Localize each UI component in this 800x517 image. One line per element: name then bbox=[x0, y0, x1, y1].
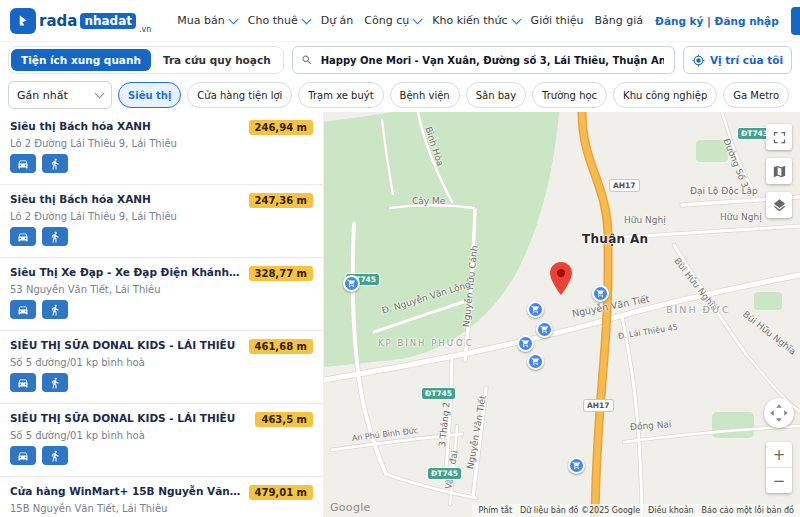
map-label-huu-nghi-b: Hữu Nghị bbox=[720, 212, 762, 222]
map-icon bbox=[772, 164, 787, 179]
distance-badge: 461,68 m bbox=[249, 339, 314, 354]
result-item-header: Siêu thị Bách hóa XANH 246,94 m bbox=[10, 120, 313, 135]
pan-control[interactable] bbox=[764, 398, 794, 428]
sort-select[interactable]: Gần nhất bbox=[8, 81, 112, 109]
result-address: 15B Nguyễn Văn Tiết, Lái Thiêu bbox=[10, 503, 313, 514]
car-icon bbox=[17, 231, 29, 243]
supermarket-marker[interactable] bbox=[343, 275, 360, 292]
content: Siêu thị Bách hóa XANH 246,94 m Lô 2 Đườ… bbox=[0, 112, 800, 517]
category-pill[interactable]: Cửa hàng tiện lợi bbox=[187, 82, 292, 108]
cart-icon bbox=[531, 357, 540, 366]
post-listing-button[interactable]: Đăng tin bbox=[791, 7, 800, 35]
report-error-link[interactable]: Báo cáo một lỗi bản đồ bbox=[702, 506, 794, 515]
category-pill[interactable]: Khu công nghiệp bbox=[613, 82, 717, 108]
terms-link[interactable]: Điều khoản bbox=[648, 506, 694, 515]
distance-badge: 328,77 m bbox=[249, 266, 314, 281]
category-pill[interactable]: Ga Metro bbox=[723, 82, 789, 108]
my-location-icon bbox=[692, 54, 705, 67]
toolbar: Tiện ích xung quanh Tra cứu quy hoạch Vị… bbox=[0, 42, 800, 78]
map[interactable]: Bình Hòa Cây Me Thuận An Hữu Nghị Hữu Ng… bbox=[324, 112, 800, 517]
fullscreen-icon bbox=[772, 130, 787, 145]
map-label-binh-duc: BÌNH ĐỨC bbox=[666, 304, 731, 315]
pin-icon bbox=[550, 262, 572, 295]
walk-route-button[interactable] bbox=[42, 300, 68, 319]
nav-item[interactable]: Công cụ bbox=[364, 14, 421, 27]
supermarket-marker[interactable] bbox=[536, 321, 553, 338]
nav-item-label: Giới thiệu bbox=[531, 14, 584, 27]
nav-item[interactable]: Dự án bbox=[321, 14, 354, 27]
car-icon bbox=[17, 450, 29, 462]
car-route-button[interactable] bbox=[10, 300, 36, 319]
zoom-out-button[interactable]: − bbox=[766, 467, 792, 493]
result-item[interactable]: Siêu Thị Xe Đạp - Xe Đạp Điện Khánh Huyề… bbox=[0, 258, 323, 331]
walk-route-button[interactable] bbox=[42, 373, 68, 392]
brand-name-secondary: nhadat bbox=[80, 13, 136, 29]
brand-logo[interactable]: rada nhadat .vn bbox=[10, 8, 151, 34]
nav-item[interactable]: Giới thiệu bbox=[531, 14, 584, 27]
result-title: Cửa hàng WinMart+ 15B Nguyễn Văn Tiết bbox=[10, 485, 241, 499]
layers-button[interactable] bbox=[766, 192, 792, 218]
walk-route-button[interactable] bbox=[42, 154, 68, 173]
auth-links[interactable]: Đăng ký | Đăng nhập bbox=[655, 15, 779, 27]
walk-route-button[interactable] bbox=[42, 446, 68, 465]
category-pills: Siêu thị Cửa hàng tiện lợi Trạm xe buýt … bbox=[118, 82, 789, 108]
route-badge-ah17: AH17 bbox=[610, 180, 639, 191]
travel-mode-buttons bbox=[10, 446, 313, 465]
supermarket-marker[interactable] bbox=[527, 301, 544, 318]
category-pill[interactable]: Sân bay bbox=[466, 82, 526, 108]
main-nav: Mua bán Cho thuê Dự án Công cụ bbox=[177, 14, 643, 27]
supermarket-marker[interactable] bbox=[592, 285, 609, 302]
result-address: Số 5 đường/01 kp bình hoà bbox=[10, 357, 313, 368]
result-item[interactable]: Cửa hàng WinMart+ 15B Nguyễn Văn Tiết 47… bbox=[0, 477, 323, 517]
walk-route-button[interactable] bbox=[42, 227, 68, 246]
result-item[interactable]: SIÊU THỊ SỮA DONAL KIDS - LÁI THIÊU 461,… bbox=[0, 331, 323, 404]
nav-item-label: Bảng giá bbox=[595, 14, 644, 27]
distance-badge: 247,36 m bbox=[249, 193, 314, 208]
category-pill[interactable]: Trạm xe buýt bbox=[298, 82, 383, 108]
brand-logo-icon bbox=[10, 8, 36, 34]
supermarket-marker[interactable] bbox=[517, 335, 534, 352]
car-route-button[interactable] bbox=[10, 446, 36, 465]
car-route-button[interactable] bbox=[10, 227, 36, 246]
brand-tld: .vn bbox=[139, 25, 151, 34]
tab-amenities[interactable]: Tiện ích xung quanh bbox=[11, 49, 151, 71]
car-icon bbox=[17, 377, 29, 389]
my-location-button[interactable]: Vị trí của tôi bbox=[683, 46, 792, 74]
category-pill[interactable]: Siêu thị bbox=[118, 82, 181, 108]
result-item-header: Cửa hàng WinMart+ 15B Nguyễn Văn Tiết 47… bbox=[10, 485, 313, 500]
category-pill-label: Trạm xe buýt bbox=[308, 90, 373, 101]
address-search-input[interactable] bbox=[319, 54, 666, 67]
category-pill[interactable]: Trường học bbox=[532, 82, 607, 108]
google-logo: Google bbox=[330, 501, 371, 514]
category-pill[interactable]: Bệnh viện bbox=[390, 82, 460, 108]
result-item[interactable]: SIÊU THỊ SỮA DONAL KIDS - LÁI THIÊU 463,… bbox=[0, 404, 323, 477]
car-route-button[interactable] bbox=[10, 373, 36, 392]
selected-location-pin bbox=[550, 262, 572, 295]
category-pill-label: Bệnh viện bbox=[400, 90, 450, 101]
supermarket-marker[interactable] bbox=[527, 353, 544, 370]
fullscreen-button[interactable] bbox=[766, 124, 792, 150]
route-badge-dt745: ĐT745 bbox=[428, 468, 461, 479]
result-item[interactable]: Siêu thị Bách hóa XANH 246,94 m Lô 2 Đườ… bbox=[0, 112, 323, 185]
nav-item[interactable]: Bảng giá bbox=[595, 14, 644, 27]
result-item-header: SIÊU THỊ SỮA DONAL KIDS - LÁI THIÊU 463,… bbox=[10, 412, 313, 427]
map-type-button[interactable] bbox=[766, 158, 792, 184]
supermarket-marker[interactable] bbox=[568, 457, 585, 474]
travel-mode-buttons bbox=[10, 227, 313, 246]
result-title: Siêu thị Bách hóa XANH bbox=[10, 193, 241, 207]
nav-item[interactable]: Kho kiến thức bbox=[432, 14, 519, 27]
tab-planning[interactable]: Tra cứu quy hoạch bbox=[153, 49, 281, 71]
zoom-in-button[interactable]: + bbox=[766, 442, 792, 467]
results-list: Siêu thị Bách hóa XANH 246,94 m Lô 2 Đườ… bbox=[0, 112, 324, 517]
chevron-down-icon bbox=[95, 89, 105, 99]
address-search[interactable] bbox=[292, 46, 675, 74]
car-route-button[interactable] bbox=[10, 154, 36, 173]
keyboard-shortcuts-link[interactable]: Phím tắt bbox=[478, 506, 512, 515]
map-attribution: Phím tắt Dữ liệu bản đồ ©2025 Google Điề… bbox=[472, 504, 800, 517]
nav-item[interactable]: Cho thuê bbox=[248, 14, 310, 27]
pan-arrows-icon bbox=[767, 401, 791, 425]
distance-badge: 479,01 m bbox=[249, 485, 314, 500]
nav-item[interactable]: Mua bán bbox=[177, 14, 236, 27]
result-item-header: Siêu thị Bách hóa XANH 247,36 m bbox=[10, 193, 313, 208]
result-item[interactable]: Siêu thị Bách hóa XANH 247,36 m Lô 2 Đườ… bbox=[0, 185, 323, 258]
